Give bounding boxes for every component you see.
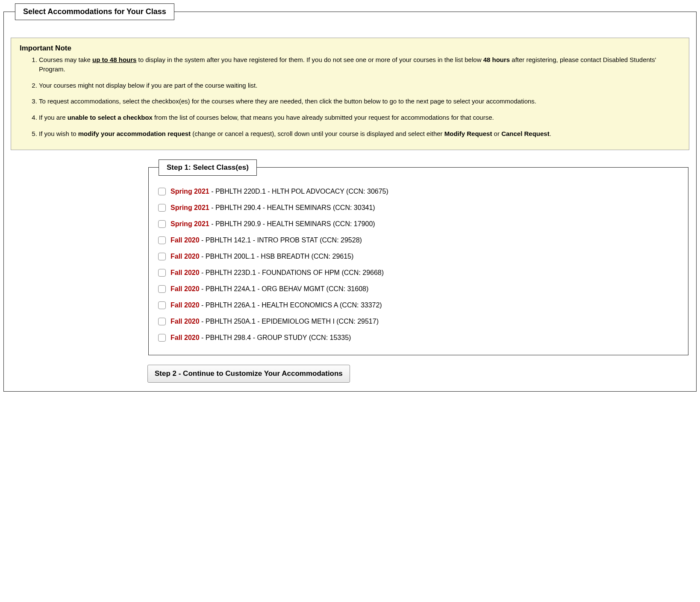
important-note-box: Important Note Courses may take up to 48… (11, 38, 689, 150)
class-checkbox[interactable] (158, 220, 166, 228)
class-list: Spring 2021 - PBHLTH 220D.1 - HLTH POL A… (156, 186, 680, 343)
class-checkbox[interactable] (158, 285, 166, 293)
class-checkbox[interactable] (158, 334, 166, 342)
class-term: Fall 2020 (171, 334, 200, 341)
class-row: Fall 2020 - PBHLTH 200L.1 - HSB BREADTH … (156, 251, 680, 262)
class-label[interactable]: Fall 2020 - PBHLTH 223D.1 - FOUNDATIONS … (171, 269, 384, 277)
class-label[interactable]: Fall 2020 - PBHLTH 200L.1 - HSB BREADTH … (171, 253, 353, 260)
class-label[interactable]: Fall 2020 - PBHLTH 250A.1 - EPIDEMIOLOG … (171, 318, 379, 325)
note-item: If you are unable to select a checkbox f… (39, 113, 680, 122)
class-label[interactable]: Spring 2021 - PBHLTH 290.4 - HEALTH SEMI… (171, 204, 375, 212)
step-wrap: Step 1: Select Class(es) Spring 2021 - P… (147, 159, 689, 383)
class-row: Fall 2020 - PBHLTH 223D.1 - FOUNDATIONS … (156, 268, 680, 278)
class-term: Spring 2021 (171, 220, 209, 227)
class-label[interactable]: Fall 2020 - PBHLTH 226A.1 - HEALTH ECONO… (171, 301, 382, 309)
class-label[interactable]: Spring 2021 - PBHLTH 220D.1 - HLTH POL A… (171, 188, 388, 195)
class-term: Fall 2020 (171, 269, 200, 276)
important-note-list: Courses may take up to 48 hours to displ… (20, 55, 680, 139)
class-row: Spring 2021 - PBHLTH 220D.1 - HLTH POL A… (156, 186, 680, 197)
step1-legend: Step 1: Select Class(es) (159, 159, 257, 176)
class-row: Fall 2020 - PBHLTH 250A.1 - EPIDEMIOLOG … (156, 316, 680, 327)
class-description: - PBHLTH 224A.1 - ORG BEHAV MGMT (CCN: 3… (200, 285, 369, 292)
class-row: Fall 2020 - PBHLTH 226A.1 - HEALTH ECONO… (156, 300, 680, 310)
class-label[interactable]: Fall 2020 - PBHLTH 224A.1 - ORG BEHAV MG… (171, 285, 368, 293)
class-description: - PBHLTH 200L.1 - HSB BREADTH (CCN: 2961… (200, 253, 354, 260)
class-label[interactable]: Spring 2021 - PBHLTH 290.9 - HEALTH SEMI… (171, 220, 375, 228)
class-description: - PBHLTH 290.9 - HEALTH SEMINARS (CCN: 1… (209, 220, 375, 227)
class-term: Spring 2021 (171, 188, 209, 195)
accommodations-panel: Select Accommodations for Your Class Imp… (3, 3, 697, 392)
note-item: If you wish to modify your accommodation… (39, 129, 680, 139)
class-term: Fall 2020 (171, 318, 200, 325)
class-description: - PBHLTH 142.1 - INTRO PROB STAT (CCN: 2… (200, 236, 362, 244)
step1-panel: Step 1: Select Class(es) Spring 2021 - P… (148, 159, 688, 355)
class-row: Spring 2021 - PBHLTH 290.9 - HEALTH SEMI… (156, 219, 680, 229)
class-row: Fall 2020 - PBHLTH 298.4 - GROUP STUDY (… (156, 333, 680, 343)
note-item: Your courses might not display below if … (39, 81, 680, 90)
class-term: Fall 2020 (171, 301, 200, 309)
class-description: - PBHLTH 250A.1 - EPIDEMIOLOG METH I (CC… (200, 318, 379, 325)
class-checkbox[interactable] (158, 204, 166, 212)
class-checkbox[interactable] (158, 188, 166, 195)
class-term: Fall 2020 (171, 285, 200, 292)
class-checkbox[interactable] (158, 236, 166, 244)
important-note-title: Important Note (20, 44, 680, 53)
class-checkbox[interactable] (158, 269, 166, 277)
class-row: Fall 2020 - PBHLTH 142.1 - INTRO PROB ST… (156, 235, 680, 245)
continue-button[interactable]: Step 2 - Continue to Customize Your Acco… (147, 365, 350, 383)
class-term: Fall 2020 (171, 253, 200, 260)
class-description: - PBHLTH 223D.1 - FOUNDATIONS OF HPM (CC… (200, 269, 384, 276)
note-item: Courses may take up to 48 hours to displ… (39, 55, 680, 74)
class-term: Fall 2020 (171, 236, 200, 244)
class-row: Fall 2020 - PBHLTH 224A.1 - ORG BEHAV MG… (156, 284, 680, 294)
class-checkbox[interactable] (158, 301, 166, 309)
class-description: - PBHLTH 226A.1 - HEALTH ECONOMICS A (CC… (200, 301, 382, 309)
class-label[interactable]: Fall 2020 - PBHLTH 142.1 - INTRO PROB ST… (171, 236, 362, 244)
class-row: Spring 2021 - PBHLTH 290.4 - HEALTH SEMI… (156, 203, 680, 213)
class-label[interactable]: Fall 2020 - PBHLTH 298.4 - GROUP STUDY (… (171, 334, 351, 342)
panel-legend: Select Accommodations for Your Class (15, 3, 174, 20)
class-checkbox[interactable] (158, 253, 166, 260)
class-term: Spring 2021 (171, 204, 209, 211)
note-item: To request accommodations, select the ch… (39, 97, 680, 106)
class-description: - PBHLTH 290.4 - HEALTH SEMINARS (CCN: 3… (209, 204, 375, 211)
class-checkbox[interactable] (158, 318, 166, 325)
class-description: - PBHLTH 298.4 - GROUP STUDY (CCN: 15335… (200, 334, 351, 341)
class-description: - PBHLTH 220D.1 - HLTH POL ADVOCACY (CCN… (209, 188, 388, 195)
